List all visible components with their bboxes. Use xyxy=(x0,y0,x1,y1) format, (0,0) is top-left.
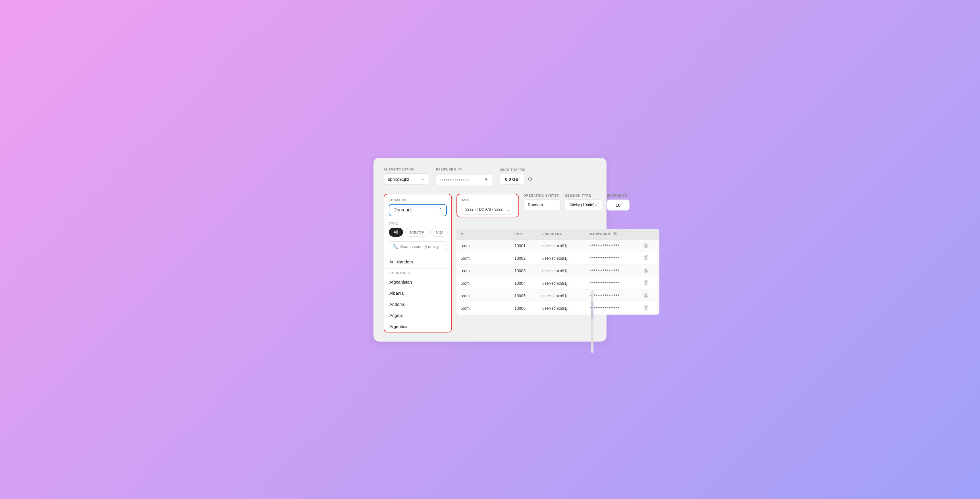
col-copy xyxy=(643,232,655,237)
traffic-control: 0.0 GB xyxy=(500,174,524,185)
cell-port: 10004 xyxy=(514,280,540,286)
col-port: PORT xyxy=(514,232,540,237)
password-eye-icon[interactable]: 👁︎ xyxy=(458,167,463,172)
cell-username: user-spnxo91j... xyxy=(542,305,588,311)
refresh-icon[interactable]: ↻ xyxy=(485,177,488,183)
type-buttons: All Country City xyxy=(389,227,447,237)
cell-port: 10002 xyxy=(514,256,540,261)
session-select[interactable]: Sticky (10min) ⌄ xyxy=(565,200,602,210)
session-value: Sticky (10min) xyxy=(569,203,595,207)
cell-password: **************** xyxy=(590,293,641,299)
table-row: .com 10003 user-spnxo91j... ************… xyxy=(457,265,659,277)
endpoints-panel: ENDPOINTS 10 xyxy=(607,194,630,211)
list-item[interactable]: Angola xyxy=(384,310,451,321)
os-select[interactable]: Random ⌄ xyxy=(523,200,560,210)
asn-select[interactable]: 3292 - TDC A/S - 3292 ⌄ xyxy=(461,204,514,215)
location-value: Denmark xyxy=(393,207,412,213)
asn-label: ASN xyxy=(461,199,514,202)
cell-port: 10001 xyxy=(514,243,540,249)
session-label: SESSION TYPE xyxy=(565,194,602,197)
os-panel: OPERATING SYSTEM Random ⌄ xyxy=(523,194,560,210)
cell-server: .com xyxy=(461,280,512,286)
auth-chevron-icon: ⌄ xyxy=(421,176,425,181)
location-panel: LOCATION Denmark ⌃ TYPE All Country City… xyxy=(384,194,452,332)
endpoints-label: ENDPOINTS xyxy=(607,194,630,197)
search-icon: 🔍 xyxy=(393,244,398,249)
cell-server: .com xyxy=(461,243,512,249)
cell-password: **************** xyxy=(590,243,641,249)
table-header: S PORT USERNAME PASSWORD 👁︎ xyxy=(457,229,659,240)
session-panel: SESSION TYPE Sticky (10min) ⌄ xyxy=(565,194,602,210)
main-container: AUTHENTICATION spnxo91jkz ⌄ PASSWORD 👁︎ … xyxy=(374,158,606,342)
password-label: PASSWORD xyxy=(436,168,456,171)
chevron-up-icon: ⌃ xyxy=(439,207,442,213)
cell-port: 10006 xyxy=(514,305,540,311)
auth-control[interactable]: spnxo91jkz ⌄ xyxy=(384,173,429,185)
session-chevron-icon: ⌄ xyxy=(595,203,598,207)
type-label: TYPE xyxy=(389,222,447,225)
cell-server: .com xyxy=(461,293,512,299)
copy-icon[interactable]: 🗐 xyxy=(643,280,655,286)
list-item[interactable]: Andorra xyxy=(384,299,451,310)
col-password: PASSWORD 👁︎ xyxy=(590,232,641,237)
os-label: OPERATING SYSTEM xyxy=(523,194,560,197)
cell-server: .com xyxy=(461,268,512,274)
location-header: LOCATION Denmark ⌃ xyxy=(384,194,451,219)
cell-username: user-spnxo91j... xyxy=(542,243,588,249)
location-label: LOCATION xyxy=(389,199,447,202)
password-control[interactable]: •••••••••••••••• ↻ xyxy=(436,174,493,186)
cell-password: **************** xyxy=(590,256,641,261)
table-row: .com 10005 user-spnxo91j... ************… xyxy=(457,289,659,302)
location-select[interactable]: Denmark ⌃ xyxy=(389,204,447,216)
type-city-button[interactable]: City xyxy=(431,227,448,237)
copy-icon[interactable]: 🗐 xyxy=(643,293,655,299)
copy-icon[interactable]: 🗐 xyxy=(643,243,655,249)
scrollbar-thumb[interactable] xyxy=(591,302,593,319)
cell-password: **************** xyxy=(590,268,641,274)
asn-chevron-icon: ⌄ xyxy=(507,207,510,211)
cell-server: .com xyxy=(461,305,512,311)
type-all-button[interactable]: All xyxy=(389,227,403,237)
os-value: Random xyxy=(528,203,543,207)
scrollbar[interactable] xyxy=(591,291,593,353)
copy-icon[interactable]: 🗐 xyxy=(643,268,655,274)
traffic-label: USED TRAFFIC xyxy=(500,168,533,172)
password-group: PASSWORD 👁︎ •••••••••••••••• ↻ xyxy=(436,167,493,186)
cell-username: user-spnxo91j... xyxy=(542,293,588,299)
list-item[interactable]: Albania xyxy=(384,288,451,299)
asn-value: 3292 - TDC A/S - 3292 xyxy=(465,207,503,211)
traffic-value: 0.0 GB xyxy=(505,177,519,181)
col-server: S xyxy=(461,232,512,237)
table-row: .com 10004 user-spnxo91j... ************… xyxy=(457,277,659,289)
cell-server: .com xyxy=(461,256,512,261)
type-section: TYPE All Country City xyxy=(384,219,451,239)
cell-port: 10005 xyxy=(514,293,540,299)
cell-username: user-spnxo91j... xyxy=(542,280,588,286)
cell-password: **************** xyxy=(590,280,641,286)
countries-label: COUNTRIES xyxy=(384,269,451,277)
list-item[interactable]: Afghanistan xyxy=(384,277,451,288)
random-item[interactable]: ⇆ Random xyxy=(384,256,451,269)
table-row: .com 10001 user-spnxo91j... ************… xyxy=(457,240,659,252)
endpoints-input[interactable]: 10 xyxy=(607,200,630,211)
dropdown-list: ⇆ Random COUNTRIES Afghanistan Albania A… xyxy=(384,254,451,332)
top-bar: AUTHENTICATION spnxo91jkz ⌄ PASSWORD 👁︎ … xyxy=(384,167,596,186)
password-dots: •••••••••••••••• xyxy=(440,178,483,182)
os-chevron-icon: ⌄ xyxy=(553,203,556,207)
table-password-eye-icon[interactable]: 👁︎ xyxy=(613,232,618,237)
random-icon: ⇆ xyxy=(390,259,393,265)
auth-group: AUTHENTICATION spnxo91jkz ⌄ xyxy=(384,168,429,185)
asn-panel: ASN 3292 - TDC A/S - 3292 ⌄ xyxy=(457,194,519,218)
copy-icon[interactable]: 🗐 xyxy=(643,256,655,261)
table-row: .com 10006 user-spnxo91j... ************… xyxy=(457,302,659,315)
settings-icon[interactable]: ⚙ xyxy=(528,176,533,183)
copy-icon[interactable]: 🗐 xyxy=(643,305,655,311)
search-input[interactable] xyxy=(400,245,450,249)
cell-port: 10003 xyxy=(514,268,540,274)
search-box: 🔍 xyxy=(389,241,447,252)
auth-value: spnxo91jkz xyxy=(388,177,409,181)
cell-username: user-spnxo91j... xyxy=(542,256,588,261)
col-username: USERNAME xyxy=(542,232,588,237)
type-country-button[interactable]: Country xyxy=(405,227,429,237)
list-item[interactable]: Argentina xyxy=(384,321,451,332)
